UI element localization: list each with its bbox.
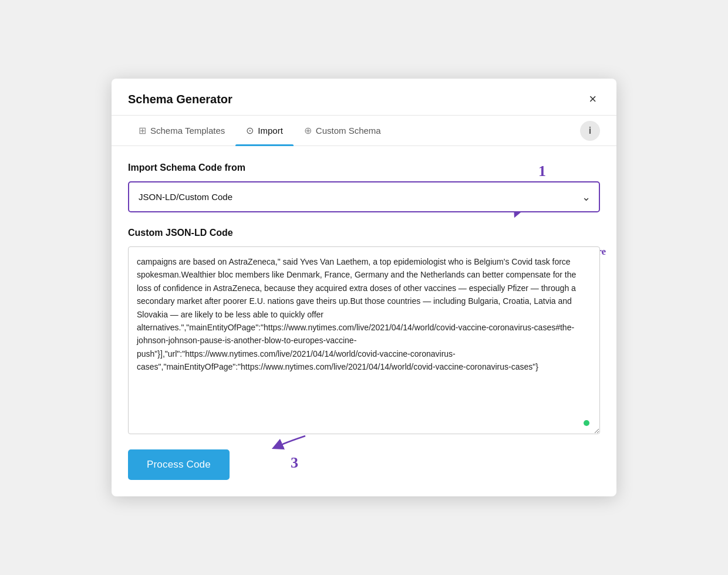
code-textarea[interactable] <box>128 246 600 434</box>
status-dot <box>584 420 589 426</box>
code-section-label: Custom JSON-LD Code <box>128 228 600 238</box>
tab-import-label: Import <box>258 126 283 136</box>
tabs-bar: ⊞ Schema Templates ⊙ Import ⊕ Custom Sch… <box>112 116 616 146</box>
process-code-button[interactable]: Process Code <box>128 449 230 480</box>
tab-schema-templates[interactable]: ⊞ Schema Templates <box>128 116 235 146</box>
tab-schema-templates-label: Schema Templates <box>150 126 225 136</box>
import-icon: ⊙ <box>246 125 254 136</box>
import-source-dropdown[interactable]: JSON-LD/Custom Code Microdata RDFa <box>128 181 600 212</box>
tab-custom-schema-label: Custom Schema <box>316 126 381 136</box>
dialog-title: Schema Generator <box>128 93 232 106</box>
import-section-label: Import Schema Code from <box>128 163 600 173</box>
custom-schema-icon: ⊕ <box>304 125 312 136</box>
button-area: Process Code <box>128 449 600 480</box>
tab-import[interactable]: ⊙ Import <box>235 116 294 146</box>
tab-custom-schema[interactable]: ⊕ Custom Schema <box>294 116 392 146</box>
dialog-header: Schema Generator × <box>112 79 616 116</box>
info-button[interactable]: i <box>580 121 600 141</box>
import-source-dropdown-wrapper: JSON-LD/Custom Code Microdata RDFa ⌄ <box>128 181 600 212</box>
code-textarea-wrapper <box>128 246 600 437</box>
schema-templates-icon: ⊞ <box>139 125 146 136</box>
schema-generator-dialog: Schema Generator × ⊞ Schema Templates ⊙ … <box>112 79 616 496</box>
close-button[interactable]: × <box>585 92 600 107</box>
dialog-body: 1 Import Schema Code from JSON-LD/Custom… <box>112 146 616 496</box>
